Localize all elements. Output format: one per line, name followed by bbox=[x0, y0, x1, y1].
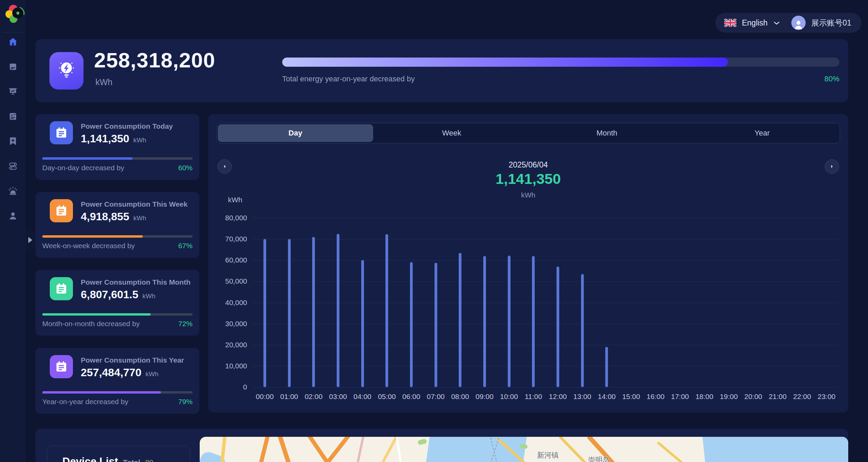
calendar-week-icon bbox=[50, 199, 73, 222]
map-park bbox=[417, 439, 427, 445]
stat-caption-row: Day-on-day decreased by 60% bbox=[42, 164, 193, 172]
total-energy-card: 258,318,200 kWh Total energy year-on-yea… bbox=[35, 39, 848, 102]
bar-06:00 bbox=[410, 262, 413, 387]
stat-caption: Year-on-year decreased by bbox=[42, 398, 128, 406]
bulb-energy-icon bbox=[49, 52, 83, 90]
y-tick-label: 30,000 bbox=[225, 320, 247, 328]
x-tick-label: 12:00 bbox=[546, 393, 570, 401]
x-tick-label: 18:00 bbox=[692, 393, 717, 401]
tab-month[interactable]: Month bbox=[529, 123, 685, 143]
bookmark-add-icon[interactable] bbox=[8, 136, 18, 146]
gridline bbox=[253, 387, 839, 387]
stat-progress-fill bbox=[42, 235, 143, 238]
tab-week[interactable]: Week bbox=[374, 123, 530, 143]
stat-percent: 60% bbox=[178, 164, 193, 172]
brand-logo-icon bbox=[5, 5, 22, 22]
x-tick-label: 15:00 bbox=[619, 393, 643, 401]
sidebar: A bbox=[0, 0, 26, 462]
username-label[interactable]: 展示账号01 bbox=[811, 18, 851, 28]
y-tick-label: 50,000 bbox=[225, 277, 247, 285]
chart-plot: 010,00020,00030,00040,00050,00060,00070,… bbox=[253, 218, 839, 387]
bar-04:00 bbox=[361, 260, 364, 387]
uk-flag-icon[interactable] bbox=[724, 19, 736, 27]
stat-percent: 72% bbox=[178, 320, 193, 328]
x-tick-label: 03:00 bbox=[326, 393, 350, 401]
map-view[interactable]: 新河镇 崇明岛 bbox=[200, 437, 848, 462]
total-energy-percent: 80% bbox=[824, 75, 839, 83]
app-root: A English 展 bbox=[0, 0, 868, 462]
y-tick-label: 0 bbox=[243, 383, 247, 391]
stat-unit: kWh bbox=[142, 292, 155, 300]
sidebar-nav: A bbox=[0, 37, 26, 236]
stat-progress-fill bbox=[42, 391, 161, 394]
stat-value-row: 1,141,350 kWh bbox=[81, 132, 146, 145]
map-road bbox=[395, 437, 408, 462]
toggle-controls-icon[interactable] bbox=[8, 161, 18, 171]
chart-board-icon[interactable] bbox=[8, 86, 18, 97]
stat-value: 257,484,770 bbox=[81, 366, 141, 379]
stat-caption: Day-on-day decreased by bbox=[42, 164, 124, 172]
total-energy-caption-row: Total energy year-on-year decreased by 8… bbox=[282, 75, 839, 83]
device-list-total-label: Total bbox=[123, 458, 140, 462]
stat-title: Power Consumption Today bbox=[81, 122, 173, 130]
chevron-down-icon[interactable] bbox=[774, 20, 780, 27]
chart-x-labels: 00:0001:0002:0003:0004:0005:0006:0007:00… bbox=[253, 393, 839, 401]
stat-card-month: Power Consumption This Month 6,807,601.5… bbox=[35, 270, 199, 336]
x-tick-label: 13:00 bbox=[570, 393, 595, 401]
stat-value-row: 6,807,601.5 kWh bbox=[81, 288, 155, 301]
device-list-title: Device List bbox=[62, 456, 118, 462]
bottom-panel: Device List Total 89 bbox=[35, 429, 848, 462]
stat-value-row: 4,918,855 kWh bbox=[81, 210, 146, 223]
bar-09:00 bbox=[483, 256, 486, 387]
tab-day[interactable]: Day bbox=[218, 124, 373, 142]
sidebar-expand-handle[interactable] bbox=[26, 229, 35, 251]
total-energy-progress-fill bbox=[282, 58, 728, 67]
home-icon[interactable] bbox=[8, 37, 18, 47]
stat-progress-fill bbox=[42, 313, 151, 316]
device-icon[interactable] bbox=[8, 62, 18, 72]
stat-progress bbox=[42, 235, 193, 238]
bar-00:00 bbox=[263, 239, 266, 387]
stat-progress bbox=[42, 157, 193, 160]
map-label-island: 崇明岛 bbox=[588, 455, 610, 462]
total-energy-value: 258,318,200 bbox=[94, 48, 215, 72]
stat-value: 1,141,350 bbox=[81, 132, 129, 145]
chart-bars bbox=[253, 218, 839, 387]
y-axis-unit-label: kWh bbox=[228, 196, 242, 204]
user-icon[interactable] bbox=[8, 211, 18, 221]
alarm-icon[interactable] bbox=[8, 186, 18, 196]
sidebar-divider bbox=[3, 32, 23, 32]
calendar-month-icon bbox=[50, 277, 73, 300]
bar-10:00 bbox=[508, 256, 511, 387]
chart-date: 2025/06/04 bbox=[208, 160, 848, 170]
avatar[interactable] bbox=[791, 16, 806, 30]
tab-year[interactable]: Year bbox=[685, 123, 840, 143]
stat-percent: 79% bbox=[178, 398, 193, 406]
stat-value-row: 257,484,770 kWh bbox=[81, 366, 158, 379]
total-energy-progress bbox=[282, 58, 839, 67]
bar-03:00 bbox=[337, 234, 339, 387]
x-tick-label: 07:00 bbox=[424, 393, 448, 401]
stat-percent: 67% bbox=[178, 242, 193, 250]
y-tick-label: 40,000 bbox=[225, 299, 247, 307]
bar-02:00 bbox=[312, 237, 315, 387]
chevron-right-icon bbox=[28, 237, 32, 243]
x-tick-label: 11:00 bbox=[521, 393, 546, 401]
x-tick-label: 08:00 bbox=[448, 393, 472, 401]
x-tick-label: 01:00 bbox=[277, 393, 302, 401]
x-tick-label: 20:00 bbox=[741, 393, 765, 401]
report-list-icon[interactable]: A bbox=[8, 111, 18, 122]
chart-headline-unit: kWh bbox=[208, 191, 848, 199]
x-tick-label: 05:00 bbox=[375, 393, 399, 401]
language-selector[interactable]: English bbox=[742, 18, 767, 28]
bar-05:00 bbox=[385, 234, 388, 387]
x-tick-label: 23:00 bbox=[814, 393, 839, 401]
stat-card-year: Power Consumption This Year 257,484,770 … bbox=[35, 348, 199, 414]
stat-value: 6,807,601.5 bbox=[81, 288, 138, 301]
y-tick-label: 70,000 bbox=[225, 235, 247, 243]
device-list-panel: Device List Total 89 bbox=[47, 446, 190, 462]
stat-caption: Week-on-week decreased by bbox=[42, 242, 135, 250]
bar-14:00 bbox=[605, 347, 608, 387]
header-user-pill: English 展示账号01 bbox=[715, 13, 862, 33]
app-logo[interactable] bbox=[0, 0, 26, 32]
